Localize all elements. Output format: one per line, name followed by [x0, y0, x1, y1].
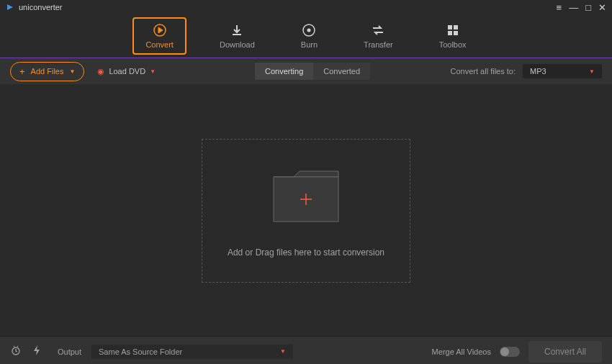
nav-tab-download[interactable]: Download [207, 17, 268, 55]
svg-point-4 [307, 29, 311, 32]
nav-tab-label: Download [220, 40, 255, 49]
drop-zone[interactable]: Add or Drag files here to start conversi… [202, 139, 410, 283]
download-icon [230, 23, 244, 37]
caret-down-icon: ▼ [69, 68, 75, 75]
titlebar: uniconverter ≡ — □ ✕ [0, 0, 612, 14]
nav-tab-burn[interactable]: Burn [288, 17, 330, 55]
nav-tab-convert[interactable]: Convert [132, 17, 186, 55]
disc-icon: ◉ [97, 67, 104, 76]
sub-tab-converting[interactable]: Converting [255, 63, 313, 80]
toolbox-icon [446, 23, 460, 37]
caret-down-icon: ▼ [150, 68, 156, 75]
window-controls: ≡ — □ ✕ [557, 2, 606, 13]
nav-tab-label: Convert [145, 40, 174, 49]
clock-icon[interactable] [10, 345, 22, 358]
load-dvd-button[interactable]: ◉ Load DVD ▼ [91, 63, 161, 80]
merge-label: Merge All Videos [432, 347, 491, 356]
plus-icon: + [19, 66, 25, 77]
transfer-icon [371, 23, 385, 37]
convert-all-button[interactable]: Convert All [528, 341, 602, 363]
sub-tab-label: Converting [265, 67, 303, 76]
svg-marker-0 [7, 4, 13, 10]
load-dvd-label: Load DVD [109, 67, 145, 76]
nav-tab-toolbox[interactable]: Toolbox [426, 17, 480, 55]
convert-to-label: Convert all files to: [451, 67, 516, 76]
burn-icon [302, 23, 316, 37]
svg-rect-5 [448, 25, 452, 29]
folder-icon [266, 164, 346, 229]
convert-all-label: Convert All [544, 347, 586, 357]
drop-zone-text: Add or Drag files here to start conversi… [228, 247, 384, 258]
svg-rect-7 [448, 31, 452, 35]
nav-tab-label: Burn [301, 40, 318, 49]
convert-icon [153, 23, 167, 37]
lightning-icon[interactable] [32, 345, 42, 358]
merge-toggle[interactable] [500, 347, 520, 357]
svg-rect-8 [454, 31, 458, 35]
add-files-label: Add Files [31, 67, 64, 76]
svg-rect-6 [454, 25, 458, 29]
caret-down-icon: ▼ [589, 68, 595, 75]
sub-tab-converted[interactable]: Converted [313, 63, 370, 80]
toolbar: + Add Files ▼ ◉ Load DVD ▼ Converting Co… [0, 58, 612, 84]
minimize-icon[interactable]: — [569, 2, 578, 13]
nav-tab-label: Transfer [364, 40, 393, 49]
format-value: MP3 [530, 67, 546, 76]
app-logo-icon [6, 3, 14, 12]
svg-marker-2 [158, 27, 163, 33]
footer: Output Same As Source Folder ▼ Merge All… [0, 337, 612, 364]
nav-tabs: Convert Download Burn Transfer Toolbox [0, 14, 612, 58]
menu-icon[interactable]: ≡ [557, 2, 562, 13]
format-select[interactable]: MP3 ▼ [523, 64, 602, 78]
maximize-icon[interactable]: □ [585, 2, 591, 13]
nav-tab-transfer[interactable]: Transfer [351, 17, 406, 55]
nav-tab-label: Toolbox [439, 40, 467, 49]
output-select[interactable]: Same As Source Folder ▼ [91, 345, 293, 359]
toggle-knob [500, 347, 509, 356]
output-value: Same As Source Folder [99, 347, 182, 356]
sub-tab-label: Converted [323, 67, 360, 76]
sub-tabs: Converting Converted [255, 63, 370, 80]
output-label: Output [58, 347, 81, 356]
main-area: Add or Drag files here to start conversi… [0, 84, 612, 337]
caret-down-icon: ▼ [280, 348, 286, 355]
app-title: uniconverter [19, 3, 63, 12]
add-files-button[interactable]: + Add Files ▼ [10, 62, 84, 81]
close-icon[interactable]: ✕ [598, 2, 606, 13]
